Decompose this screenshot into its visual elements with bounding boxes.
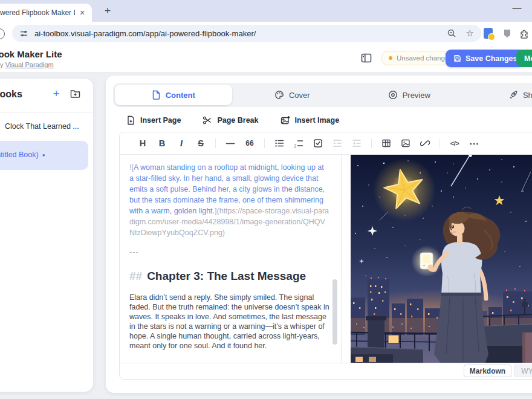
browser-window: AI-Powered Flipbook Maker Lite ✕ + — ai-… xyxy=(0,0,532,399)
tab-title: AI-Powered Flipbook Maker Lite xyxy=(0,8,75,17)
blockquote-button[interactable]: 66 xyxy=(240,139,259,148)
chapter-paragraph: Elara didn’t send a reply. She simply sm… xyxy=(129,293,330,351)
horizontal-rule-button[interactable]: — xyxy=(221,138,240,148)
outdent-button[interactable] xyxy=(347,138,366,148)
tab-preview[interactable]: Preview xyxy=(351,83,468,107)
extension-badge xyxy=(488,33,495,41)
tab-share-label: Share xyxy=(523,91,532,100)
tab-content-label: Content xyxy=(166,91,195,100)
visual-paradigm-link[interactable]: Visual Paradigm xyxy=(5,61,54,68)
tab-cover[interactable]: Cover xyxy=(234,83,351,107)
indent-button[interactable] xyxy=(328,138,347,148)
url-text: ai-toolbox.visual-paradigm.com/app/ai-po… xyxy=(34,29,256,38)
task-list-button[interactable] xyxy=(308,138,328,148)
books-sidebar: Books + Clock That Learned ... (Untitled… xyxy=(0,79,93,392)
page-break-button[interactable]: Page Break xyxy=(198,113,263,128)
site-settings-icon[interactable] xyxy=(19,29,28,38)
unsaved-dot-icon xyxy=(389,56,392,60)
save-icon xyxy=(453,54,461,62)
generated-story-image xyxy=(351,155,532,363)
preview-icon xyxy=(388,90,398,100)
link-button[interactable] xyxy=(415,138,435,148)
strikethrough-button[interactable]: S xyxy=(191,138,210,148)
editor-scrollbar[interactable] xyxy=(332,279,337,345)
tab-preview-label: Preview xyxy=(403,91,430,100)
image-markdown-line: ![A woman standing on a rooftop at midni… xyxy=(129,162,330,238)
toolbar-divider xyxy=(371,138,372,148)
rocket-icon xyxy=(508,90,518,100)
zoom-icon[interactable] xyxy=(447,28,456,38)
markdown-mode-button[interactable]: Markdown xyxy=(464,365,511,377)
scissors-icon xyxy=(203,115,212,125)
close-tab-icon[interactable]: ✕ xyxy=(77,8,87,18)
browser-tab[interactable]: AI-Powered Flipbook Maker Lite ✕ xyxy=(0,4,92,22)
heading-button[interactable]: H xyxy=(133,138,152,148)
insert-image-button[interactable]: Insert Image xyxy=(276,113,345,128)
reload-icon-partial xyxy=(0,28,5,39)
editor-content: ![A woman standing on a rooftop at midni… xyxy=(120,155,532,363)
browser-toolbar: ai-toolbox.visual-paradigm.com/app/ai-po… xyxy=(0,22,532,45)
save-button-label: Save Changes xyxy=(465,54,517,63)
app-title: AI-Powered Flipbook Maker Lite xyxy=(0,49,62,59)
add-book-button[interactable]: + xyxy=(50,87,63,100)
app-header: AI-Powered Flipbook Maker Lite by Visual… xyxy=(0,45,532,73)
url-bar[interactable]: ai-toolbox.visual-paradigm.com/app/ai-po… xyxy=(12,25,481,42)
extension-icon[interactable] xyxy=(484,28,493,39)
tab-cover-label: Cover xyxy=(289,91,310,100)
more-tools-button[interactable]: ⋯ xyxy=(464,138,484,149)
unsaved-badge-label: Unsaved changes xyxy=(397,54,452,62)
page-break-label: Page Break xyxy=(217,116,258,125)
image-button[interactable] xyxy=(396,138,415,148)
svg-text:2: 2 xyxy=(294,144,297,148)
byline-prefix: by xyxy=(0,61,4,68)
browser-tabstrip: AI-Powered Flipbook Maker Lite ✕ + — xyxy=(0,0,532,22)
insert-page-icon xyxy=(126,115,135,125)
tab-share[interactable]: Share xyxy=(468,83,532,107)
bold-button[interactable]: B xyxy=(152,138,172,148)
editor-mode-bar: Markdown WYSIWYG xyxy=(120,363,532,379)
save-changes-button[interactable]: Save Changes xyxy=(446,50,525,67)
sidebar-item-book-1[interactable]: Clock That Learned ... xyxy=(5,122,79,131)
insert-image-label: Insert Image xyxy=(295,116,340,125)
sidebar-title: Books xyxy=(0,89,22,100)
selected-book-label: (Untitled Book)● xyxy=(0,151,45,159)
import-book-icon[interactable] xyxy=(70,89,80,99)
document-icon xyxy=(152,90,161,100)
image-preview-pane xyxy=(342,155,532,363)
tab-content[interactable]: Content xyxy=(115,85,232,105)
unsaved-book-dot: ● xyxy=(42,152,45,158)
code-button[interactable]: </> xyxy=(445,140,464,147)
insert-image-icon xyxy=(281,115,290,125)
more-button[interactable]: More xyxy=(516,50,532,67)
view-tabs: Content Cover Preview Share xyxy=(113,83,532,107)
editor-panel: Content Cover Preview Share xyxy=(106,76,532,393)
sidebar-item-book-2-selected[interactable]: (Untitled Book)● xyxy=(0,141,88,170)
toolbar-divider xyxy=(440,138,440,148)
markdown-editor: H B I S — 66 < text x="0.5" y="6">12 xyxy=(119,132,532,380)
bookmark-star-icon[interactable]: ☆ xyxy=(466,28,474,39)
chapter-heading: ##Chapter 3: The Last Message xyxy=(129,269,330,284)
app-byline: by Visual Paradigm xyxy=(0,61,54,68)
insert-toolbar: Insert Page Page Break Insert Image xyxy=(122,112,344,129)
markdown-text-pane[interactable]: ![A woman standing on a rooftop at midni… xyxy=(120,155,342,363)
toolbar-divider xyxy=(215,138,216,148)
marker-extension-icon[interactable] xyxy=(502,28,512,38)
table-button[interactable] xyxy=(377,138,396,148)
markdown-source: ![A woman standing on a rooftop at midni… xyxy=(129,162,330,351)
minimize-icon[interactable]: — xyxy=(510,2,524,13)
bullet-list-button[interactable] xyxy=(270,138,289,148)
wysiwyg-mode-button[interactable]: WYSIWYG xyxy=(514,365,532,377)
extensions-puzzle-icon[interactable] xyxy=(519,28,530,39)
collapse-sidebar-icon[interactable] xyxy=(361,53,372,63)
new-tab-button[interactable]: + xyxy=(100,4,115,19)
insert-page-button[interactable]: Insert Page xyxy=(122,113,186,128)
palette-icon xyxy=(274,90,284,100)
markdown-hr: --- xyxy=(129,247,330,258)
format-toolbar: H B I S — 66 < text x="0.5" y="6">12 xyxy=(120,132,532,155)
insert-page-label: Insert Page xyxy=(140,116,181,125)
sidebar-divider xyxy=(0,112,93,113)
numbered-list-button[interactable]: < text x="0.5" y="6">12 xyxy=(289,138,308,148)
italic-button[interactable]: I xyxy=(172,138,191,148)
toolbar-divider xyxy=(264,138,265,148)
